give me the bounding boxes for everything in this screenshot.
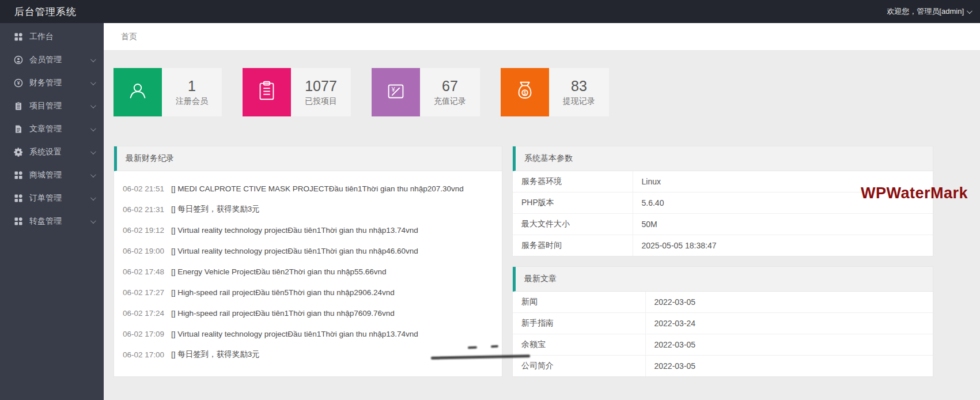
table-row: 最大文件大小 50M <box>513 214 933 235</box>
chevron-down-icon <box>90 126 96 131</box>
stat-value: 67 <box>442 78 458 95</box>
svg-text:¥: ¥ <box>17 80 20 86</box>
record-text: [] Virtual reality technology projectĐầu… <box>171 226 418 235</box>
project-icon <box>14 101 23 111</box>
param-label: 最大文件大小 <box>513 214 633 235</box>
tab-home[interactable]: 首页 <box>121 32 137 42</box>
sidebar-item[interactable]: 商城管理 <box>0 164 104 187</box>
sidebar-item-label: 订单管理 <box>29 193 90 203</box>
stat-icon-box <box>113 68 162 116</box>
record-text: [] MEDI CALPROTE CTIVE MASK PROJECTĐầu t… <box>171 184 464 193</box>
tab-bar: 首页 <box>104 23 980 51</box>
finance-record: 06-02 17:00 [] 每日签到，获得奖励3元 <box>114 344 502 365</box>
record-text: [] 每日签到，获得奖励3元 <box>171 349 260 360</box>
finance-records: 06-02 21:51 [] MEDI CALPROTE CTIVE MASK … <box>114 171 502 376</box>
article-title: 公司简介 <box>513 356 645 377</box>
welcome-text: 欢迎您，管理员[admin] <box>887 6 964 17</box>
sidebar-item[interactable]: ¥ 财务管理 <box>0 71 104 95</box>
user-menu[interactable]: 欢迎您，管理员[admin] <box>887 6 971 17</box>
finance-record: 06-02 19:00 [] Virtual reality technolog… <box>114 240 502 261</box>
withdraw-icon: $ <box>513 79 537 105</box>
sidebar-item[interactable]: 会员管理 <box>0 48 104 71</box>
param-value: Linux <box>633 171 933 193</box>
chevron-down-icon <box>90 103 96 108</box>
sidebar-item[interactable]: 文章管理 <box>0 118 104 141</box>
sidebar: 工作台 会员管理 ¥ 财务管理 项目管理 文章管理 系统设置 <box>0 23 104 400</box>
table-row: 新手指南 2022-03-24 <box>513 313 933 334</box>
article-date: 2022-03-05 <box>645 356 933 377</box>
finance-record: 06-02 17:48 [] Energy Vehicle ProjectĐầu… <box>114 261 502 282</box>
finance-icon: ¥ <box>14 78 23 88</box>
stat-card[interactable]: 1 注册会员 <box>113 68 222 116</box>
user-icon <box>126 79 150 105</box>
chevron-down-icon <box>90 80 96 85</box>
stat-label: 提现记录 <box>563 96 595 107</box>
chevron-down-icon <box>90 149 96 154</box>
stat-card[interactable]: ¥ 67 充值记录 <box>372 68 480 116</box>
article-date: 2022-03-05 <box>645 292 933 313</box>
chevron-down-icon <box>967 8 973 14</box>
stat-label: 充值记录 <box>434 96 466 107</box>
record-text: [] High-speed rail projectĐầu tiên1Thời … <box>171 309 395 318</box>
sidebar-item-label: 文章管理 <box>29 124 90 134</box>
panel-title: 最新文章 <box>524 274 557 284</box>
articles-panel: 最新文章 新闻 2022-03-05 新手指南 2022 <box>512 266 933 377</box>
content: 1 注册会员 1077 已投项目 ¥ <box>104 51 980 400</box>
articles-table: 新闻 2022-03-05 新手指南 2022-03-24 余额宝 2022-0… <box>513 292 933 376</box>
chevron-down-icon <box>90 218 96 224</box>
stat-cards: 1 注册会员 1077 已投项目 ¥ <box>113 68 933 116</box>
sidebar-item[interactable]: 项目管理 <box>0 95 104 118</box>
console-icon <box>14 32 23 41</box>
member-icon <box>14 55 23 65</box>
sidebar-item-label: 商城管理 <box>29 170 90 180</box>
app-frame: 工作台 会员管理 ¥ 财务管理 项目管理 文章管理 系统设置 <box>0 23 980 400</box>
sidebar-item[interactable]: 订单管理 <box>0 187 104 210</box>
panel-title: 最新财务纪录 <box>126 153 174 164</box>
stat-meta: 83 提现记录 <box>549 68 609 116</box>
stat-value: 83 <box>571 78 587 95</box>
chevron-down-icon <box>90 56 96 62</box>
stat-meta: 67 充值记录 <box>420 68 480 116</box>
finance-panel-header: 最新财务纪录 <box>114 146 502 171</box>
system-panel: 系统基本参数 服务器环境 Linux PHP版本 5.6 <box>512 146 933 256</box>
stat-value: 1077 <box>305 78 337 95</box>
param-label: PHP版本 <box>513 193 633 214</box>
param-value: 5.6.40 <box>633 193 933 214</box>
record-time: 06-02 17:24 <box>123 309 171 318</box>
stat-icon-box <box>243 68 291 116</box>
mall-icon <box>14 171 23 180</box>
system-panel-header: 系统基本参数 <box>513 146 933 171</box>
finance-record: 06-02 19:12 [] Virtual reality technolog… <box>114 220 502 240</box>
article-icon <box>14 124 23 134</box>
finance-record: 06-02 21:51 [] MEDI CALPROTE CTIVE MASK … <box>114 178 502 199</box>
panels-row: 最新财务纪录 06-02 21:51 [] MEDI CALPROTE CTIV… <box>113 146 933 377</box>
article-title: 余额宝 <box>513 334 645 356</box>
finance-record: 06-02 21:31 [] 每日签到，获得奖励3元 <box>114 199 502 220</box>
stat-icon-box: ¥ <box>372 68 420 116</box>
sidebar-item[interactable]: 转盘管理 <box>0 210 104 233</box>
param-value: 2025-05-05 18:38:47 <box>633 235 933 256</box>
param-label: 服务器时间 <box>513 235 633 256</box>
table-row: 公司简介 2022-03-05 <box>513 356 933 377</box>
invest-icon <box>255 79 279 105</box>
stat-label: 已投项目 <box>305 96 337 107</box>
record-text: [] Energy Vehicle ProjectĐầu tiên2Thời g… <box>171 267 387 276</box>
record-time: 06-02 19:00 <box>123 247 171 255</box>
finance-record: 06-02 17:24 [] High-speed rail projectĐầ… <box>114 303 502 323</box>
stat-card[interactable]: 1077 已投项目 <box>243 68 351 116</box>
sidebar-item[interactable]: 工作台 <box>0 25 104 48</box>
record-text: [] High-speed rail projectĐầu tiên5Thời … <box>171 288 395 297</box>
record-text: [] Virtual reality technology projectĐầu… <box>171 247 418 255</box>
order-icon <box>14 194 23 203</box>
right-column: 系统基本参数 服务器环境 Linux PHP版本 5.6 <box>512 146 933 377</box>
panel-title: 系统基本参数 <box>524 153 573 164</box>
table-row: 余额宝 2022-03-05 <box>513 334 933 356</box>
stat-card[interactable]: $ 83 提现记录 <box>501 68 609 116</box>
sidebar-item-label: 转盘管理 <box>29 216 90 227</box>
sidebar-item-label: 系统设置 <box>29 147 90 157</box>
wheel-icon <box>14 217 23 226</box>
stat-meta: 1077 已投项目 <box>291 68 351 116</box>
sidebar-item[interactable]: 系统设置 <box>0 141 104 164</box>
stat-icon-box: $ <box>501 68 549 116</box>
record-time: 06-02 19:12 <box>123 226 171 235</box>
